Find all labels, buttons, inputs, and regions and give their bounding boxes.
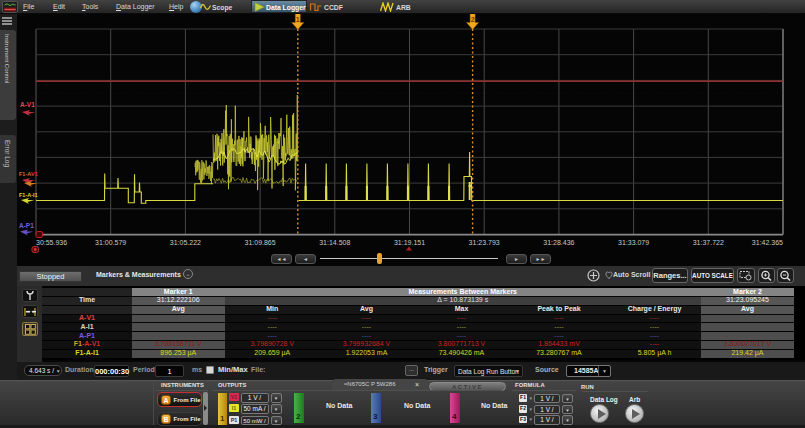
svg-text:A-P1: A-P1 (19, 222, 34, 229)
svg-text:2: 2 (471, 16, 475, 23)
svg-text:1: 1 (296, 16, 300, 23)
svg-text:31:14.508: 31:14.508 (319, 239, 350, 246)
svg-text:31:23.793: 31:23.793 (469, 239, 500, 246)
svg-text:30:55.936: 30:55.936 (36, 239, 67, 246)
svg-text:31:05.222: 31:05.222 (170, 239, 201, 246)
svg-text:31:19.151: 31:19.151 (394, 239, 425, 246)
svg-text:31:33.079: 31:33.079 (618, 239, 649, 246)
svg-text:A-V1: A-V1 (20, 101, 35, 108)
svg-text:31:28.436: 31:28.436 (543, 239, 574, 246)
svg-text:31:37.722: 31:37.722 (693, 239, 724, 246)
svg-text:31:42.365: 31:42.365 (752, 239, 783, 246)
svg-text:31:09.865: 31:09.865 (245, 239, 276, 246)
svg-text:F1-A-I1: F1-A-I1 (19, 192, 38, 198)
svg-text:V1: V1 (31, 171, 38, 177)
svg-text:31:00.579: 31:00.579 (95, 239, 126, 246)
